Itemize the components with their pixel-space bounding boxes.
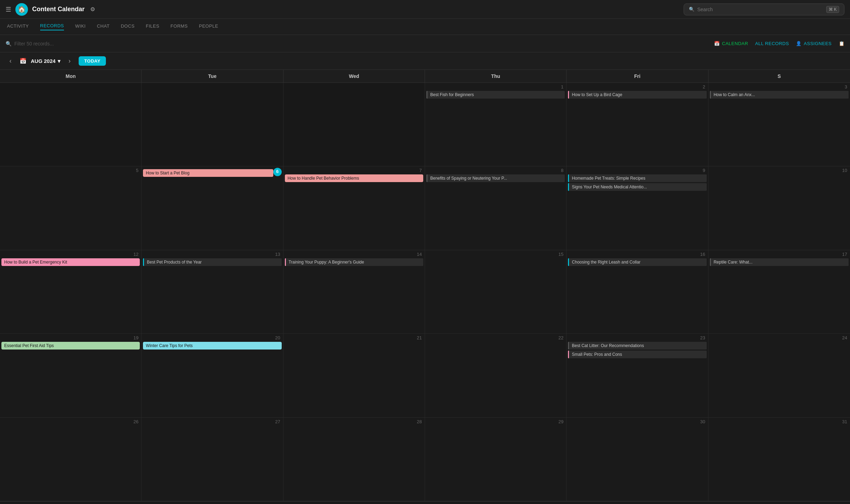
cal-cell-w1-1 [0,83,142,166]
search-input[interactable] [697,7,823,12]
day-number-31: 31 [841,418,849,426]
day-number-13: 13 [274,251,281,259]
cal-cell-aug2[interactable]: 2 How to Set Up a Bird Cage [567,83,708,166]
cal-cell-aug30[interactable]: 30 [567,418,708,501]
cal-cell-aug9[interactable]: 9 Homemade Pet Treats: Simple Recipes Si… [567,166,708,250]
calendar-button[interactable]: 📅 CALENDAR [714,41,748,46]
event-puppy-guide[interactable]: Training Your Puppy: A Beginner's Guide [285,258,423,266]
day-number-23: 23 [699,334,706,343]
cal-cell-aug1[interactable]: 1 Best Fish for Beginners [425,83,567,166]
cal-nav: ‹ 📅 AUG 2024 ▾ › TODAY [0,52,850,70]
filter-search-icon: 🔍 [6,41,12,46]
day-number-14: 14 [416,251,423,259]
day-number-12: 12 [132,251,140,259]
all-records-button[interactable]: ALL RECORDS [755,41,789,46]
day-number-7: 7 [418,167,423,175]
cal-cell-aug24[interactable]: 24 [708,334,850,417]
tab-activity[interactable]: ACTIVITY [7,23,29,30]
today-button[interactable]: TODAY [79,56,106,66]
event-pet-blog[interactable]: How to Start a Pet Blog [143,169,273,177]
nav-tabs: ACTIVITY RECORDS WIKI CHAT DOCS FILES FO… [0,19,850,35]
day-header-thu: Thu [425,70,567,82]
event-emergency-kit[interactable]: How to Build a Pet Emergency Kit [1,258,140,266]
cal-cell-aug7[interactable]: 7 How to Handle Pet Behavior Problems [283,166,425,250]
day-header-tue: Tue [142,70,283,82]
event-reptile[interactable]: Reptile Care: What... [710,258,849,266]
assignees-button[interactable]: 👤 ASSIGNEES [796,41,831,46]
search-shortcut: ⌘ K [826,6,839,13]
day-number-27: 27 [274,418,281,426]
cal-cell-aug22[interactable]: 22 [425,334,567,417]
filter-placeholder: Filter 50 records... [14,41,54,46]
cal-cell-aug3[interactable]: 3 How to Calm an Anx... [708,83,850,166]
event-calm-anx[interactable]: How to Calm an Anx... [710,91,849,99]
cal-cell-aug6[interactable]: 6 How to Start a Pet Blog [142,166,283,250]
cal-cell-aug12[interactable]: 12 How to Build a Pet Emergency Kit [0,250,142,334]
cal-cell-aug31[interactable]: 31 [708,418,850,501]
event-spaying[interactable]: Benefits of Spaying or Neutering Your P.… [426,174,565,182]
cal-cell-aug13[interactable]: 13 Best Pet Products of the Year [142,250,283,334]
day-number-6: 6 [273,168,282,176]
extra-icon: 📋 [839,41,845,46]
cal-cell-aug26[interactable]: 26 [0,418,142,501]
day-header-sat: S [708,70,850,82]
cal-cell-aug27[interactable]: 27 [142,418,283,501]
calendar-grid: 1 Best Fish for Beginners 2 How to Set U… [0,83,850,502]
search-bar[interactable]: 🔍 ⌘ K [684,3,844,15]
cal-cell-aug19[interactable]: 19 Essential Pet First Aid Tips [0,334,142,417]
next-month-button[interactable]: › [65,56,74,66]
day-number-5: 5 [135,167,140,175]
extra-view-button[interactable]: 📋 [839,41,845,46]
tab-docs[interactable]: DOCS [121,23,135,30]
event-medical-signs[interactable]: Signs Your Pet Needs Medical Attentio... [568,183,706,191]
cal-cell-aug14[interactable]: 14 Training Your Puppy: A Beginner's Gui… [283,250,425,334]
assignees-icon: 👤 [796,41,802,46]
cal-cell-aug10[interactable]: 10 [708,166,850,250]
cal-cell-aug28[interactable]: 28 [283,418,425,501]
app-title: Content Calendar [32,6,85,13]
tab-chat[interactable]: CHAT [97,23,109,30]
day-number-16: 16 [699,251,706,259]
event-homemade-treats[interactable]: Homemade Pet Treats: Simple Recipes [568,174,706,182]
day-number-24: 24 [841,334,849,343]
event-leash-collar[interactable]: Choosing the Right Leash and Collar [568,258,706,266]
cal-cell-aug16[interactable]: 16 Choosing the Right Leash and Collar [567,250,708,334]
day-number-3: 3 [843,84,849,92]
menu-icon[interactable]: ☰ [6,6,11,13]
filter-area[interactable]: 🔍 Filter 50 records... [6,41,710,46]
chevron-down-icon: ▾ [58,58,60,64]
day-number-15: 15 [557,251,565,259]
tab-files[interactable]: FILES [146,23,159,30]
day-number-17: 17 [841,251,849,259]
month-year-selector[interactable]: AUG 2024 ▾ [31,58,60,64]
event-small-pets[interactable]: Small Pets: Pros and Cons [568,351,706,358]
event-winter-care[interactable]: Winter Care Tips for Pets [143,342,281,350]
day-number-2: 2 [701,84,706,92]
event-behavior[interactable]: How to Handle Pet Behavior Problems [285,174,423,182]
day-number-8: 8 [560,167,565,175]
cal-cell-aug8[interactable]: 8 Benefits of Spaying or Neutering Your … [425,166,567,250]
day-header-wed: Wed [283,70,425,82]
event-cat-litter[interactable]: Best Cat Litter: Our Recommendations [568,342,706,350]
day-number-30: 30 [699,418,706,426]
cal-cell-w1-2 [142,83,283,166]
cal-cell-aug29[interactable]: 29 [425,418,567,501]
gear-icon[interactable]: ⚙ [90,6,95,13]
event-bird-cage[interactable]: How to Set Up a Bird Cage [568,91,706,99]
tab-wiki[interactable]: WIKI [75,23,86,30]
cal-cell-aug5[interactable]: 5 [0,166,142,250]
cal-icon: 📅 [20,58,27,64]
tab-records[interactable]: RECORDS [40,23,64,30]
tab-forms[interactable]: FORMS [171,23,188,30]
event-best-products[interactable]: Best Pet Products of the Year [143,258,281,266]
tab-people[interactable]: PEOPLE [199,23,218,30]
day-number-21: 21 [416,334,423,343]
prev-month-button[interactable]: ‹ [6,56,15,66]
cal-cell-aug20[interactable]: 20 Winter Care Tips for Pets [142,334,283,417]
event-best-fish[interactable]: Best Fish for Beginners [426,91,565,99]
cal-cell-aug23[interactable]: 23 Best Cat Litter: Our Recommendations … [567,334,708,417]
cal-cell-aug15[interactable]: 15 [425,250,567,334]
cal-cell-aug17[interactable]: 17 Reptile Care: What... [708,250,850,334]
event-first-aid[interactable]: Essential Pet First Aid Tips [1,342,140,350]
cal-cell-aug21[interactable]: 21 [283,334,425,417]
